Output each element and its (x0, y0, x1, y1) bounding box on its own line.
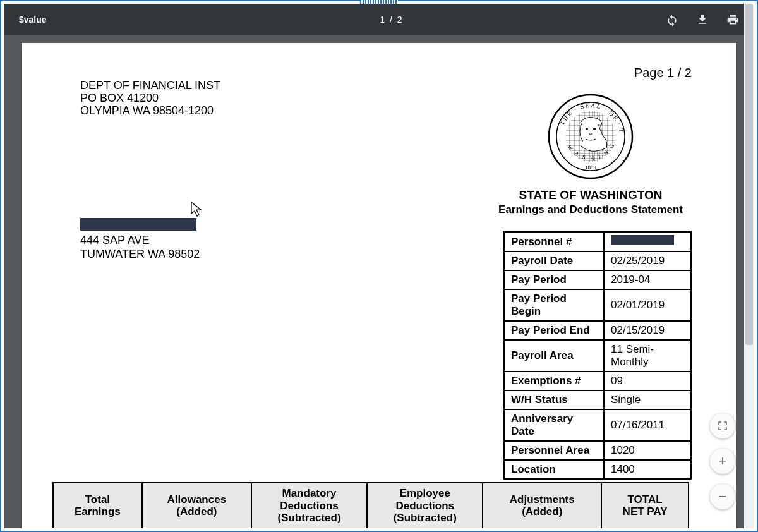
info-label: Pay Period End (504, 321, 604, 340)
floating-controls: + − (710, 413, 735, 509)
info-label: Personnel Area (504, 441, 604, 460)
summary-header: TOTALNET PAY (601, 483, 689, 528)
redacted-value (611, 235, 674, 245)
state-seal-icon: THE · SEAL · OF · THE · STATE · OF W A S… (546, 92, 635, 181)
statement-title: STATE OF WASHINGTON (490, 188, 692, 202)
info-value: 02/15/2019 (604, 321, 691, 340)
info-row: Payroll Area11 Semi-Monthly (504, 340, 691, 372)
redacted-name (80, 218, 196, 231)
zoom-in-button[interactable]: + (710, 449, 735, 474)
svg-point-7 (586, 128, 588, 130)
mouse-cursor-icon (190, 201, 203, 217)
page-number-label: Page 1 / 2 (634, 66, 692, 80)
info-row: Pay Period2019-04 (504, 270, 691, 289)
info-value: 11 Semi-Monthly (604, 340, 691, 372)
summary-header: TotalEarnings (53, 483, 142, 528)
info-label: W/H Status (504, 390, 604, 409)
info-value: 2019-04 (604, 270, 691, 289)
scroll-thumb[interactable] (745, 4, 753, 345)
vertical-scrollbar[interactable] (744, 4, 754, 528)
info-label: Exemptions # (504, 372, 604, 390)
summary-header: EmployeeDeductions(Subtracted) (367, 483, 483, 528)
fit-page-button[interactable] (710, 413, 735, 438)
info-value: 07/16/2011 (604, 409, 691, 441)
info-row: Personnel Area1020 (504, 441, 691, 460)
info-label: Personnel # (504, 232, 604, 251)
summary-header: MandatoryDeductions(Subtracted) (251, 483, 367, 528)
pdf-viewer: $value 1 / 2 Page 1 / 2 DEPT OF FINANCIA… (4, 4, 754, 528)
svg-point-8 (593, 128, 596, 130)
rotate-icon[interactable] (666, 13, 678, 26)
info-row: Personnel # (504, 232, 691, 251)
info-value: 02/01/2019 (604, 289, 691, 321)
print-icon[interactable] (726, 13, 739, 26)
page-indicator: 1 / 2 (145, 15, 638, 25)
info-row: Location1400 (504, 460, 691, 479)
info-value: 02/25/2019 (604, 251, 691, 270)
info-row: W/H StatusSingle (504, 390, 691, 409)
info-label: Payroll Area (504, 340, 604, 372)
info-value: 09 (604, 372, 691, 390)
info-label: Anniversary Date (504, 409, 604, 441)
zoom-out-button[interactable]: − (710, 484, 735, 509)
info-label: Pay Period Begin (504, 289, 604, 321)
info-value (604, 232, 691, 251)
info-row: Payroll Date02/25/2019 (504, 251, 691, 270)
payroll-info-table: Personnel #Payroll Date02/25/2019Pay Per… (503, 231, 692, 480)
pdf-canvas[interactable]: Page 1 / 2 DEPT OF FINANCIAL INST PO BOX… (4, 35, 754, 528)
info-value: 1020 (604, 441, 691, 460)
svg-text:1889: 1889 (585, 164, 597, 171)
pdf-toolbar: $value 1 / 2 (4, 4, 754, 35)
summary-header: Adjustments(Added) (483, 483, 601, 528)
summary-header: Allowances(Added) (142, 483, 251, 528)
info-value: 1400 (604, 460, 691, 479)
info-label: Pay Period (504, 270, 604, 289)
info-value: Single (604, 390, 691, 409)
info-label: Location (504, 460, 604, 479)
statement-subtitle: Earnings and Deductions Statement (490, 203, 692, 216)
info-row: Pay Period Begin02/01/2019 (504, 289, 691, 321)
summary-table: TotalEarningsAllowances(Added)MandatoryD… (52, 482, 689, 528)
info-row: Exemptions #09 (504, 372, 691, 390)
dept-line: DEPT OF FINANCIAL INST (80, 80, 698, 92)
document-title: $value (19, 15, 145, 25)
info-label: Payroll Date (504, 251, 604, 270)
info-row: Anniversary Date07/16/2011 (504, 409, 691, 441)
info-row: Pay Period End02/15/2019 (504, 321, 691, 340)
pdf-page-1: Page 1 / 2 DEPT OF FINANCIAL INST PO BOX… (22, 43, 736, 528)
download-icon[interactable] (696, 13, 709, 26)
